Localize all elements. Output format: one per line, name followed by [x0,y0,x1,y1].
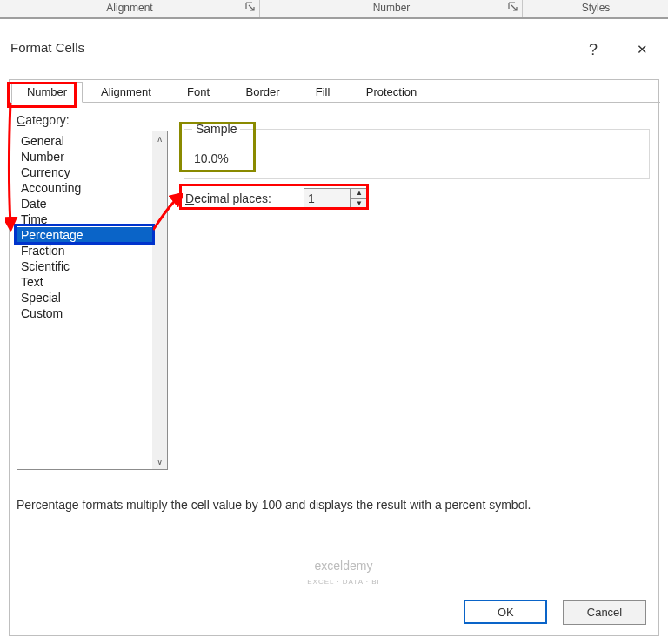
watermark-text: exceldemy [315,559,373,573]
cancel-button[interactable]: Cancel [563,600,646,625]
decimal-places-input[interactable] [304,188,351,209]
spinner-down-button[interactable]: ▼ [351,198,368,209]
sample-title: Sample [192,122,240,136]
category-item-accounting[interactable]: Accounting [17,180,152,196]
watermark-subtext: EXCEL · DATA · BI [307,578,380,586]
close-button[interactable]: ✕ [625,37,659,63]
category-item-number[interactable]: Number [17,149,152,164]
tab-border[interactable]: Border [229,82,297,103]
dialog-launcher-icon[interactable] [508,2,518,12]
tab-number[interactable]: Number [11,82,83,103]
scroll-up-icon[interactable]: ∧ [152,131,167,146]
category-item-percentage[interactable]: Percentage [17,227,152,243]
ribbon-separator [522,0,523,17]
dialog-launcher-icon[interactable] [245,2,256,12]
category-item-custom[interactable]: Custom [17,305,152,321]
category-scrollbar[interactable]: ∧ ∨ [152,131,167,469]
dialog-body: NumberAlignmentFontBorderFillProtection … [9,79,659,636]
category-item-special[interactable]: Special [17,290,152,305]
ok-button[interactable]: OK [464,600,547,624]
titlebar: Format Cells ? ✕ [0,31,668,66]
ribbon-group-styles: Styles [524,0,668,17]
decimal-places-label: Decimal places: [185,191,271,205]
category-label: Category: [17,113,70,127]
category-item-date[interactable]: Date [17,196,152,211]
spinner-up-button[interactable]: ▲ [351,188,368,198]
category-list[interactable]: GeneralNumberCurrencyAccountingDateTimeP… [17,131,168,470]
category-list-items: GeneralNumberCurrencyAccountingDateTimeP… [17,131,152,321]
ribbon-group-number: Number [261,0,522,17]
scroll-down-icon[interactable]: ∨ [152,454,167,469]
category-item-text[interactable]: Text [17,274,152,290]
sample-value: 10.0% [194,151,229,165]
help-button[interactable]: ? [576,37,611,63]
dialog-buttons: OK Cancel [451,600,646,625]
spinner-buttons: ▲ ▼ [351,188,368,209]
category-label-rest: ategory: [25,113,70,127]
sample-groupbox [184,129,650,179]
tab-alignment[interactable]: Alignment [84,82,168,103]
format-cells-dialog: Format Cells ? ✕ NumberAlignmentFontBord… [0,31,668,644]
decimal-rest: ecimal places: [194,191,271,205]
watermark: exceldemy EXCEL · DATA · BI [10,559,668,587]
category-item-currency[interactable]: Currency [17,164,152,180]
tab-protection[interactable]: Protection [349,82,434,103]
ribbon: AlignmentNumberStyles [0,0,668,19]
category-item-time[interactable]: Time [17,211,152,227]
ribbon-separator [259,0,260,17]
format-description: Percentage formats multiply the cell val… [17,498,650,512]
category-item-fraction[interactable]: Fraction [17,243,152,258]
tab-strip: NumberAlignmentFontBorderFillProtection [10,80,660,103]
decimal-accel: D [185,191,194,205]
category-label-accel: C [17,113,25,127]
category-item-general[interactable]: General [17,133,152,149]
category-item-scientific[interactable]: Scientific [17,258,152,274]
decimal-places-spinner[interactable]: ▲ ▼ [304,188,368,209]
ribbon-group-alignment: Alignment [0,0,259,17]
dialog-title: Format Cells [10,40,84,55]
tab-fill[interactable]: Fill [298,82,347,103]
tab-font[interactable]: Font [170,82,227,103]
